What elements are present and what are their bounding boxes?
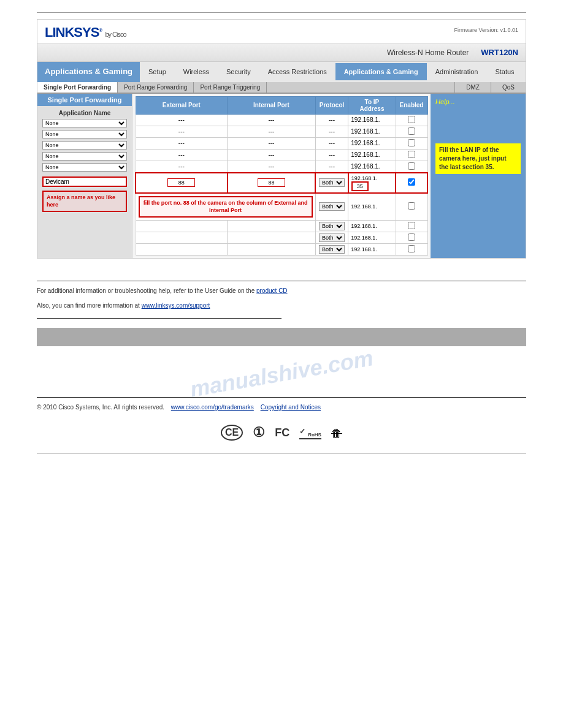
certification-symbols: CE ① FC ✓ RoHS 🗑 xyxy=(37,425,526,441)
protocol-select-2[interactable]: BothTCPUDP xyxy=(319,202,345,211)
ip-cell: 192.168.1. xyxy=(348,149,396,161)
ip-cell-empty: 192.168.1. xyxy=(348,193,396,221)
router-header: LINKSYS® by Cisco Firmware Version: v1.0… xyxy=(37,20,526,44)
proto-cell: --- xyxy=(315,161,348,173)
nav-item-security[interactable]: Security xyxy=(218,63,259,80)
nav-item-access[interactable]: Access Restrictions xyxy=(259,63,335,80)
sub-nav-single-port[interactable]: Single Port Forwarding xyxy=(37,82,118,93)
bottom-line-1: For additional information or troublesho… xyxy=(37,286,526,296)
enabled-cell xyxy=(396,114,427,126)
protocol-select-4[interactable]: BothTCPUDP xyxy=(319,233,345,242)
enabled-checkbox-3[interactable] xyxy=(408,222,415,229)
enabled-cell-empty xyxy=(396,193,427,221)
ip-last-input[interactable] xyxy=(351,181,369,191)
product-model: WRT120N xyxy=(481,48,518,57)
table-row: BothTCPUDP 192.168.1. xyxy=(136,232,427,244)
col-enabled: Enabled xyxy=(396,96,427,114)
sub-nav-dmz[interactable]: DMZ xyxy=(454,82,491,93)
main-nav: Applications & Gaming Setup Wireless Sec… xyxy=(37,62,526,82)
port-annotation-cell: fill the port no. 88 of the camera on th… xyxy=(136,193,315,221)
int-port-cell: --- xyxy=(228,137,316,149)
enabled-cell-highlight xyxy=(396,173,427,193)
nav-item-administration[interactable]: Administration xyxy=(427,63,487,80)
devcam-input[interactable] xyxy=(42,176,127,187)
enabled-checkbox-5[interactable] xyxy=(408,245,415,252)
assign-name-annotation: Assign a name as you like here xyxy=(42,191,127,212)
product-bar: Wireless-N Home Router WRT120N xyxy=(37,44,526,62)
proto-cell: --- xyxy=(315,149,348,161)
copyright-link[interactable]: Copyright and Notices xyxy=(261,404,321,411)
col-external-port: External Port xyxy=(136,96,228,114)
protocol-select[interactable]: Both TCP UDP xyxy=(319,178,345,187)
table-row: --- --- --- 192.168.1. xyxy=(136,161,427,173)
ce-mark: CE xyxy=(221,425,243,441)
enabled-checkbox[interactable] xyxy=(408,139,415,146)
help-highlight: Fill the LAN IP of the camera here, just… xyxy=(435,143,521,174)
enabled-checkbox[interactable] xyxy=(408,127,415,135)
enabled-checkbox[interactable] xyxy=(408,162,415,170)
sub-nav-port-range-trig[interactable]: Port Range Triggering xyxy=(194,82,267,93)
sub-nav-spacer xyxy=(267,82,454,93)
protocol-select-5[interactable]: BothTCPUDP xyxy=(319,245,345,254)
nav-item-status[interactable]: Status xyxy=(486,63,523,80)
col-to-ip: To IP Address xyxy=(348,96,396,114)
ip-cell: 192.168.1. xyxy=(348,137,396,149)
nav-items: Setup Wireless Security Access Restricti… xyxy=(140,62,526,82)
sub-nav-port-range-fwd[interactable]: Port Range Forwarding xyxy=(118,82,194,93)
ext-port-cell-highlight xyxy=(136,173,228,193)
caution-mark: ① xyxy=(253,425,265,441)
proto-cell: --- xyxy=(315,126,348,137)
enabled-checkbox-2[interactable] xyxy=(408,202,415,210)
enabled-checkbox[interactable] xyxy=(408,116,415,123)
linksys-logo: LINKSYS® by Cisco xyxy=(45,25,126,40)
product-cd-link[interactable]: product CD xyxy=(256,287,288,294)
top-rule xyxy=(37,12,526,13)
proto-cell: --- xyxy=(315,137,348,149)
sub-nav-qos[interactable]: QoS xyxy=(491,82,526,93)
enabled-cell xyxy=(396,149,427,161)
int-port-input[interactable] xyxy=(258,178,285,187)
logo-text: LINKSYS® by Cisco xyxy=(45,25,126,40)
col-protocol: Protocol xyxy=(315,96,348,114)
waste-mark: 🗑 xyxy=(331,426,342,440)
gray-bar xyxy=(37,328,526,346)
nav-item-wireless[interactable]: Wireless xyxy=(175,63,218,80)
sidebar-row-1: None xyxy=(37,118,132,129)
proto-cell: --- xyxy=(315,114,348,126)
bottom-section: For additional information or troublesho… xyxy=(0,265,563,472)
int-port-cell: --- xyxy=(228,126,316,137)
app-select-3[interactable]: None xyxy=(42,141,127,150)
enabled-checkbox[interactable] xyxy=(408,151,415,158)
app-select-1[interactable]: None xyxy=(42,119,127,127)
ip-cell: 192.168.1. xyxy=(348,126,396,137)
nav-left-label: Applications & Gaming xyxy=(37,62,140,82)
app-select-4[interactable]: None xyxy=(42,152,127,161)
table-row-highlighted: Both TCP UDP 192.168.1. xyxy=(136,173,427,193)
app-select-2[interactable]: None xyxy=(42,130,127,138)
app-select-5[interactable]: None xyxy=(42,163,127,172)
router-ui: LINKSYS® by Cisco Firmware Version: v1.0… xyxy=(37,19,526,259)
product-name: Wireless-N Home Router xyxy=(387,48,469,57)
linksys-support-link[interactable]: www.linksys.com/support xyxy=(142,302,210,309)
col-internal-port: Internal Port xyxy=(228,96,316,114)
protocol-select-3[interactable]: BothTCPUDP xyxy=(319,222,345,230)
enabled-cell xyxy=(396,137,427,149)
int-port-cell: --- xyxy=(228,149,316,161)
nav-item-applications[interactable]: Applications & Gaming xyxy=(335,63,427,80)
port-annotation: fill the port no. 88 of the camera on th… xyxy=(139,196,313,218)
sidebar-title: Single Port Forwarding xyxy=(37,94,132,106)
bottom-rule xyxy=(37,453,526,453)
watermark-area: manualshive.com xyxy=(37,355,526,392)
sidebar-row-4: None xyxy=(37,151,132,162)
enabled-cell xyxy=(396,161,427,173)
nav-item-setup[interactable]: Setup xyxy=(140,63,175,80)
trademarks-link[interactable]: www.cisco.com/go/trademarks xyxy=(171,404,254,411)
enabled-checkbox-highlight[interactable] xyxy=(408,178,415,186)
firmware-version: Firmware Version: v1.0.01 xyxy=(454,27,518,33)
ip-cell: 192.168.1. xyxy=(348,161,396,173)
table-row: --- --- --- 192.168.1. xyxy=(136,137,427,149)
ext-port-cell: --- xyxy=(136,126,228,137)
ext-port-input[interactable] xyxy=(167,178,195,187)
enabled-checkbox-4[interactable] xyxy=(408,233,415,241)
watermark-text: manualshive.com xyxy=(188,345,375,403)
